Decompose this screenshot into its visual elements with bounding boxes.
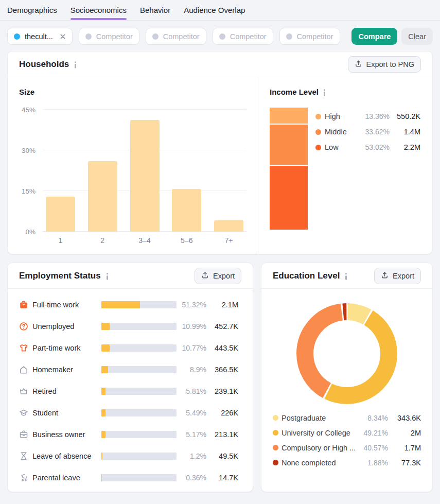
competitor-dot-icon [152, 33, 159, 40]
employment-bar-fill [101, 431, 105, 438]
employment-bar[interactable] [101, 453, 177, 460]
export-to-png-label: Export to PNG [366, 60, 414, 68]
legend-label: Compulsory or High ... [281, 444, 359, 452]
info-icon[interactable] [323, 89, 326, 96]
info-icon[interactable] [74, 61, 77, 68]
employment-percent: 5.17% [177, 430, 206, 439]
legend-percent: 1.88% [359, 459, 388, 467]
size-bar-1[interactable] [46, 197, 75, 232]
legend-percent: 8.34% [359, 414, 388, 422]
competitor-chip[interactable]: Competitor [79, 28, 139, 45]
main-domain-chip[interactable]: thecult... [7, 28, 73, 45]
employment-row-business-owner: Business owner5.17%213.1K [19, 424, 241, 445]
education-legend-row: Postgraduate8.34%343.6K [273, 410, 421, 425]
employment-bar-fill [101, 323, 110, 330]
socioeconomics-page: DemographicsSocioeconomicsBehaviorAudien… [0, 0, 440, 504]
legend-label: None completed [281, 459, 359, 467]
employment-value: 366.5K [206, 366, 238, 374]
legend-value: 77.3K [388, 459, 421, 467]
legend-dot-icon [273, 445, 278, 450]
employment-row-retired: Retired5.81%239.1K [19, 380, 241, 402]
compare-button[interactable]: Compare [351, 28, 397, 45]
education-export-button[interactable]: Export [374, 268, 421, 284]
employment-bar[interactable] [101, 344, 177, 352]
employment-value: 213.1K [206, 430, 238, 439]
export-to-png-button[interactable]: Export to PNG [348, 56, 421, 73]
size-bar-3-4[interactable] [130, 120, 160, 232]
employment-bar-fill [101, 409, 105, 416]
filter-bar: thecult... CompetitorCompetitorCompetito… [0, 21, 440, 51]
households-card: Households Export to PNG Size 45%30%15%0… [7, 51, 433, 254]
tab-demographics[interactable]: Demographics [7, 6, 57, 20]
close-icon[interactable] [60, 33, 66, 40]
employment-value: 14.7K [206, 474, 238, 482]
households-title: Households [19, 59, 69, 69]
upload-icon [381, 271, 389, 281]
income-segment-high[interactable] [270, 108, 308, 124]
legend-label: University or College [281, 429, 359, 437]
employment-export-button[interactable]: Export [195, 268, 241, 284]
legend-label: Low [325, 143, 359, 151]
info-icon[interactable] [344, 273, 348, 280]
x-tick-label: 7+ [214, 236, 243, 245]
employment-bar-fill [101, 366, 108, 373]
x-tick-label: 5–6 [172, 236, 201, 245]
competitor-chip[interactable]: Competitor [279, 28, 340, 45]
employment-row-full-time-work: Full-time work51.32%2.1M [19, 294, 241, 316]
employment-value: 49.5K [206, 452, 238, 460]
household-size-section: Size 45%30%15%0% 123–45–67+ [8, 77, 258, 254]
competitor-chip[interactable]: Competitor [213, 28, 273, 45]
employment-percent: 8.9% [177, 366, 206, 374]
employment-value: 226K [206, 409, 238, 417]
legend-dot-icon [273, 460, 278, 465]
upload-icon [355, 60, 362, 69]
employment-bar-fill [101, 301, 140, 308]
household-size-bar-chart: 45%30%15%0% 123–45–67+ [19, 110, 247, 245]
employment-percent: 5.81% [177, 387, 206, 395]
employment-bar[interactable] [101, 366, 177, 373]
employment-bar[interactable] [101, 388, 177, 395]
y-tick-label: 45% [22, 106, 36, 114]
employment-label: Leave of absence [32, 452, 101, 460]
employment-status-card: Employment Status Export Full-time work5… [7, 263, 253, 492]
competitor-dot-icon [85, 33, 92, 40]
x-axis-labels: 123–45–67+ [43, 236, 247, 245]
employment-bar[interactable] [101, 431, 177, 438]
tab-socioeconomics[interactable]: Socioeconomics [71, 6, 127, 20]
employment-row-unemployed: Unemployed10.99%452.7K [19, 316, 241, 337]
size-bar-5-6[interactable] [172, 189, 201, 232]
legend-value: 2M [388, 429, 421, 437]
income-legend-row: High13.36%550.2K [315, 109, 421, 124]
size-plot-area [43, 110, 247, 232]
employment-bar[interactable] [101, 474, 177, 481]
income-segment-middle[interactable] [270, 125, 308, 165]
employment-label: Part-time work [32, 344, 101, 352]
employment-bar[interactable] [101, 301, 177, 308]
size-bar-7[interactable] [214, 220, 243, 232]
clear-button[interactable]: Clear [401, 28, 433, 45]
income-legend-row: Low53.02%2.2M [315, 140, 421, 155]
income-legend: High13.36%550.2KMiddle33.62%1.4MLow53.02… [315, 108, 421, 230]
competitor-chip-label: Competitor [96, 32, 133, 41]
legend-value: 2.2M [390, 143, 420, 151]
income-segment-low[interactable] [270, 166, 308, 230]
y-tick-label: 30% [22, 146, 36, 154]
tab-bar: DemographicsSocioeconomicsBehaviorAudien… [0, 0, 440, 21]
competitor-chip[interactable]: Competitor [146, 28, 206, 45]
legend-percent: 49.21% [359, 429, 388, 437]
employment-bar[interactable] [101, 409, 177, 416]
employment-bar[interactable] [101, 323, 177, 330]
employment-label: Homemaker [32, 366, 101, 374]
legend-value: 343.6K [388, 414, 421, 422]
legend-label: Middle [325, 128, 359, 136]
tab-audience-overlap[interactable]: Audience Overlap [184, 6, 245, 20]
legend-value: 550.2K [390, 112, 420, 120]
size-bar-2[interactable] [88, 161, 117, 232]
legend-percent: 13.36% [359, 112, 390, 120]
competitor-chip-label: Competitor [297, 32, 333, 41]
education-legend-row: University or College49.21%2M [273, 425, 421, 440]
employment-label: Business owner [32, 430, 101, 439]
info-icon[interactable] [105, 273, 109, 280]
tab-behavior[interactable]: Behavior [140, 6, 170, 20]
x-tick-label: 2 [88, 236, 117, 245]
